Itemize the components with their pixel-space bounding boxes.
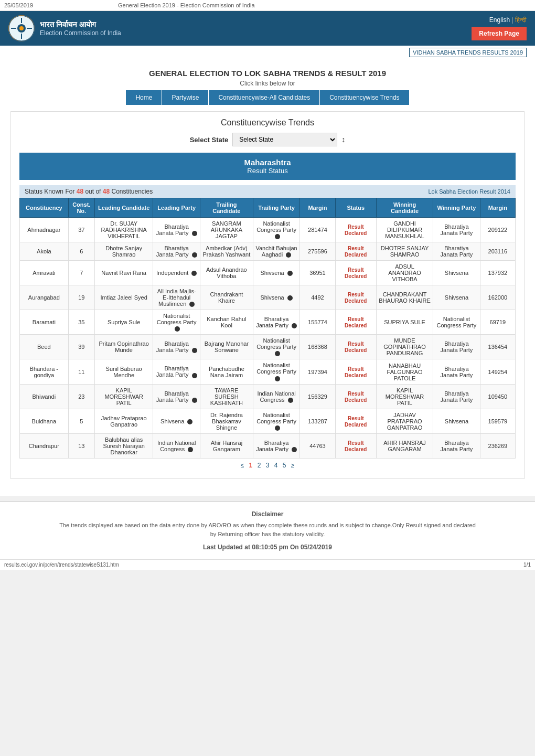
- disclaimer-box: Disclaimer The trends displayed are base…: [0, 501, 535, 559]
- state-result-box: Maharashtra Result Status: [19, 153, 516, 180]
- pagination-4[interactable]: 4: [274, 462, 278, 469]
- status-known-count: 48: [77, 188, 83, 195]
- browser-date: 25/05/2019: [4, 2, 33, 8]
- status-badge: ResultDeclared: [345, 316, 367, 328]
- td-trailing-cand: Dr. Rajendra Bhaskarrav Shingne: [200, 409, 253, 433]
- nav-home[interactable]: Home: [126, 90, 162, 105]
- td-constituency: Ahmadnagar: [20, 218, 69, 242]
- td-winning-party: Shivsena: [433, 285, 480, 310]
- td-winning-cand: CHANDRAKANT BHAURAO KHAIRE: [376, 285, 433, 310]
- trailing-party-icon: [292, 447, 297, 452]
- leading-party-icon: [191, 271, 197, 276]
- td-winning-cand: GANDHI DILIPKUMAR MANSUKHLAL: [376, 218, 433, 242]
- nav-constituencywise-all[interactable]: Constituencywise-All Candidates: [209, 90, 320, 105]
- th-trailing-party: Trailing Party: [253, 198, 300, 218]
- english-lang-link[interactable]: English: [489, 16, 510, 24]
- trailing-party-icon: [286, 252, 291, 258]
- td-const-no: 13: [68, 433, 94, 458]
- td-winning-margin: 109450: [480, 384, 515, 409]
- pagination-1[interactable]: 1: [249, 462, 253, 469]
- td-trailing-cand: Ahir Hansraj Gangaram: [200, 433, 253, 458]
- status-badge: ResultDeclared: [345, 391, 367, 403]
- table-body: Ahmadnagar 37 Dr. SUJAY RADHAKRISHNA VIK…: [20, 218, 516, 459]
- td-margin: 44763: [300, 433, 335, 458]
- td-constituency: Baramati: [20, 310, 69, 335]
- last-updated: Last Updated at 08:10:05 pm On 05/24/201…: [10, 544, 525, 551]
- select-state-dropdown[interactable]: Select State: [232, 133, 337, 146]
- leading-party-icon: [192, 252, 197, 258]
- td-constituency: Buldhana: [20, 409, 69, 433]
- status-badge: ResultDeclared: [345, 366, 367, 378]
- nav-constituencywise-trends[interactable]: Constituencywise Trends: [320, 90, 409, 105]
- trailing-party-icon: [287, 295, 293, 301]
- lok-sabha-2014-label: Lok Sabha Election Result 2014: [428, 188, 510, 195]
- pagination-prev[interactable]: ≤: [241, 462, 244, 469]
- td-margin: 275596: [300, 242, 335, 261]
- td-winning-party: Nationalist Congress Party: [433, 310, 480, 335]
- td-margin: 156329: [300, 384, 335, 409]
- pagination-5[interactable]: 5: [283, 462, 286, 469]
- trailing-party-icon: [288, 398, 293, 403]
- refresh-button[interactable]: Refresh Page: [472, 27, 527, 40]
- logo-image: [8, 15, 35, 41]
- table-header-row: Constituency Const. No. Leading Candidat…: [20, 198, 516, 218]
- td-leading-cand: Dhotre Sanjay Shamrao: [94, 242, 153, 261]
- td-status: ResultDeclared: [335, 242, 376, 261]
- status-known-total: 48: [103, 188, 110, 195]
- svg-point-2: [19, 26, 24, 30]
- td-trailing-cand: Ambedkar (Adv) Prakash Yashwant: [200, 242, 253, 261]
- td-winning-margin: 203116: [480, 242, 515, 261]
- status-badge: ResultDeclared: [345, 416, 367, 428]
- org-name: भारत निर्वाचन आयोग Election Commission o…: [40, 20, 121, 37]
- td-margin: 4492: [300, 285, 335, 310]
- td-margin: 197394: [300, 359, 335, 384]
- footer-bar: results.eci.gov.in/pc/en/trends/statewis…: [0, 559, 535, 570]
- select-state-label: Select State: [190, 136, 229, 144]
- vidhan-banner: VIDHAN SABHA TRENDS RESULTS 2019: [0, 46, 535, 59]
- english-title: Election Commission of India: [40, 29, 121, 37]
- th-trailing-candidate: Trailing Candidate: [200, 198, 253, 218]
- disclaimer-text: The trends displayed are based on the da…: [58, 521, 477, 539]
- td-winning-cand: SUPRIYA SULE: [376, 310, 433, 335]
- td-const-no: 23: [68, 384, 94, 409]
- td-margin: 133287: [300, 409, 335, 433]
- table-row: Beed 39 Pritam Gopinathrao Munde Bharati…: [20, 335, 516, 359]
- td-constituency: Bhandara - gondiya: [20, 359, 69, 384]
- vidhan-link[interactable]: VIDHAN SABHA TRENDS RESULTS 2019: [409, 48, 527, 57]
- td-winning-cand: ADSUL ANANDRAO VITHOBA: [376, 261, 433, 285]
- td-leading-party: Bharatiya Janata Party: [153, 242, 200, 261]
- pagination-next[interactable]: ≥: [291, 462, 295, 469]
- status-badge: ResultDeclared: [345, 267, 367, 279]
- pagination-2[interactable]: 2: [258, 462, 261, 469]
- nav-partywise[interactable]: Partywise: [162, 90, 209, 105]
- td-trailing-cand: SANGRAM ARUNKAKA JAGTAP: [200, 218, 253, 242]
- table-row: Chandrapur 13 Balubhau alias Suresh Nara…: [20, 433, 516, 458]
- page-browser-title: General Election 2019 - Election Commiss…: [118, 2, 254, 8]
- status-badge: ResultDeclared: [345, 246, 367, 258]
- th-winning-margin: Margin: [480, 198, 515, 218]
- td-winning-cand: NANABHAU FALGUNRAO PATOLE: [376, 359, 433, 384]
- th-winning-party: Winning Party: [433, 198, 480, 218]
- footer-url-text: results.eci.gov.in/pc/en/trends/statewis…: [4, 562, 119, 568]
- hindi-title: भारत निर्वाचन आयोग: [40, 20, 121, 29]
- td-const-no: 6: [68, 242, 94, 261]
- td-trailing-party: Shivsena: [253, 261, 300, 285]
- td-trailing-cand: Kanchan Rahul Kool: [200, 310, 253, 335]
- trailing-party-icon: [275, 425, 280, 431]
- td-winning-margin: 162000: [480, 285, 515, 310]
- td-winning-margin: 159579: [480, 409, 515, 433]
- td-trailing-party: Shivsena: [253, 285, 300, 310]
- td-constituency: Chandrapur: [20, 433, 69, 458]
- td-trailing-cand: Chandrakant Khaire: [200, 285, 253, 310]
- td-margin: 36951: [300, 261, 335, 285]
- hindi-lang-link[interactable]: हिन्दी: [515, 16, 527, 24]
- pagination-3[interactable]: 3: [266, 462, 270, 469]
- td-leading-party: Shivsena: [153, 409, 200, 433]
- site-header: भारत निर्वाचन आयोग Election Commission o…: [0, 11, 535, 46]
- td-winning-cand: MUNDE GOPINATHRAO PANDURANG: [376, 335, 433, 359]
- td-leading-cand: Jadhav Prataprao Ganpatrao: [94, 409, 153, 433]
- leading-party-icon: [187, 419, 192, 424]
- th-constituency: Constituency: [20, 198, 69, 218]
- td-leading-party: Independent: [153, 261, 200, 285]
- td-const-no: 35: [68, 310, 94, 335]
